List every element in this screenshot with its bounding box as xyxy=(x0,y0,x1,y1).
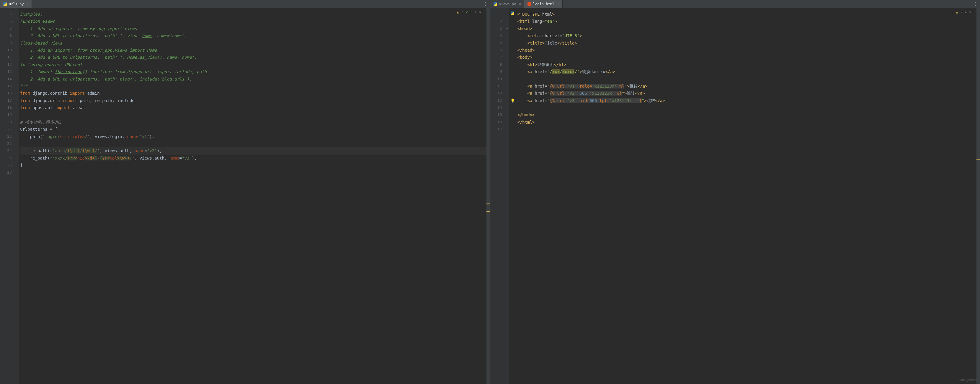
code-line[interactable]: <head> xyxy=(517,25,980,32)
fold-marker[interactable] xyxy=(15,54,19,61)
scrollbar[interactable] xyxy=(487,8,490,384)
fold-marker[interactable] xyxy=(15,133,19,140)
chevron-down-icon[interactable]: v xyxy=(969,10,971,14)
code-line[interactable]: 1. Import the include() function: from d… xyxy=(20,68,490,75)
line-number[interactable]: 9 xyxy=(0,40,12,47)
line-number[interactable]: 4 xyxy=(490,32,502,39)
line-number[interactable]: 23 xyxy=(0,140,12,147)
line-number[interactable]: 10 xyxy=(490,76,502,83)
line-number[interactable]: 9 xyxy=(490,68,502,75)
fold-marker[interactable]: − xyxy=(505,54,509,61)
code-line[interactable] xyxy=(517,125,980,133)
line-number[interactable]: 7 xyxy=(0,25,12,32)
fold-marker[interactable] xyxy=(15,111,19,118)
code-line[interactable] xyxy=(20,140,490,147)
line-number[interactable]: 13 xyxy=(490,97,502,104)
fold-marker[interactable] xyxy=(505,111,509,118)
code-line[interactable]: # 很多功能，很多URL xyxy=(20,119,490,125)
fold-marker[interactable] xyxy=(15,76,19,83)
line-number[interactable]: 16 xyxy=(490,119,502,125)
code-line[interactable]: <h1>登录页面</h1> xyxy=(517,61,980,68)
lightbulb-icon[interactable]: 💡 xyxy=(511,98,515,103)
tab-menu-icon[interactable]: ⋮ xyxy=(973,1,978,7)
line-number[interactable]: 11 xyxy=(0,54,12,61)
line-number[interactable]: 6 xyxy=(490,47,502,54)
code-line[interactable]: from django.urls import path, re_path, i… xyxy=(20,97,490,104)
code-line[interactable]: Function views xyxy=(20,18,490,25)
fold-column[interactable]: −− xyxy=(15,8,19,384)
fold-marker[interactable] xyxy=(15,104,19,111)
fold-marker[interactable] xyxy=(505,83,509,90)
code-line[interactable] xyxy=(517,76,980,83)
fold-marker[interactable] xyxy=(505,76,509,83)
code-line[interactable]: path('login/<str:role>/', views.login, n… xyxy=(20,133,490,140)
code-line[interactable]: <!DOCTYPE html> xyxy=(517,11,980,18)
code-line[interactable]: urlpatterns = [ xyxy=(20,125,490,133)
code-line[interactable]: re_path(r'xxxx/(?P<nid>\d+)/(?P<tpl>\w+)… xyxy=(20,154,490,162)
code-line[interactable] xyxy=(20,169,490,176)
fold-marker[interactable] xyxy=(505,11,509,18)
code-line[interactable]: <a href="{% url 'v3' nid=666 tpl='x12312… xyxy=(517,97,980,104)
fold-marker[interactable]: − xyxy=(15,90,19,97)
line-number[interactable]: 11 xyxy=(490,83,502,90)
fold-marker[interactable] xyxy=(15,147,19,154)
line-number[interactable]: 27 xyxy=(0,169,12,176)
line-number[interactable]: 25 xyxy=(0,154,12,162)
code-line[interactable]: <meta charset="UTF-8"> xyxy=(517,32,980,39)
fold-marker[interactable]: − xyxy=(505,25,509,32)
code-line[interactable] xyxy=(517,104,980,111)
inspection-widget[interactable]: ▲2 ʌ v xyxy=(956,10,971,14)
line-number[interactable]: 8 xyxy=(490,61,502,68)
line-gutter[interactable]: 5678910111213141516171819202122232425262… xyxy=(0,8,15,384)
line-number[interactable]: 18 xyxy=(0,104,12,111)
code-line[interactable]: 2. Add a URL to urlpatterns: path('', Ho… xyxy=(20,54,490,61)
fold-marker[interactable]: − xyxy=(505,18,509,25)
line-number[interactable]: 15 xyxy=(0,83,12,90)
line-number[interactable]: 10 xyxy=(0,47,12,54)
fold-marker[interactable] xyxy=(15,68,19,75)
scrollbar[interactable] xyxy=(977,8,980,384)
inspection-widget[interactable]: ▲2 ✔2 ʌ v xyxy=(457,10,481,14)
code-line[interactable]: <title>Title</title> xyxy=(517,40,980,47)
line-number[interactable]: 14 xyxy=(0,76,12,83)
line-number[interactable]: 16 xyxy=(0,90,12,97)
tab-urls-py[interactable]: urls.py × xyxy=(0,0,32,8)
fold-marker[interactable] xyxy=(15,47,19,54)
left-editor[interactable]: ▲2 ✔2 ʌ v 567891011121314151617181920212… xyxy=(0,8,490,384)
fold-marker[interactable] xyxy=(15,61,19,68)
fold-marker[interactable] xyxy=(505,47,509,54)
code-line[interactable]: </head> xyxy=(517,47,980,54)
fold-marker[interactable] xyxy=(505,32,509,39)
code-line[interactable]: <a href="{% url 'v1' role='x123123x' %}"… xyxy=(517,83,980,90)
fold-marker[interactable] xyxy=(15,154,19,162)
line-number[interactable]: 22 xyxy=(0,133,12,140)
chevron-up-icon[interactable]: ʌ xyxy=(965,10,967,14)
fold-marker[interactable] xyxy=(15,32,19,39)
line-number[interactable]: 8 xyxy=(0,32,12,39)
line-number[interactable]: 6 xyxy=(0,18,12,25)
close-icon[interactable]: × xyxy=(557,2,559,6)
chevron-up-icon[interactable]: ʌ xyxy=(475,10,477,14)
line-number[interactable]: 17 xyxy=(490,125,502,133)
close-icon[interactable]: × xyxy=(27,2,29,6)
code-line[interactable] xyxy=(20,111,490,118)
tab-views-py[interactable]: views.py × xyxy=(490,0,524,8)
code-line[interactable]: Examples: xyxy=(20,11,490,18)
code-line[interactable]: Class-based views xyxy=(20,40,490,47)
line-number[interactable]: 5 xyxy=(490,40,502,47)
fold-marker[interactable] xyxy=(505,68,509,75)
fold-marker[interactable] xyxy=(15,40,19,47)
code-line[interactable]: <body> xyxy=(517,54,980,61)
fold-marker[interactable] xyxy=(505,97,509,104)
code-line[interactable]: from apps.api import views xyxy=(20,104,490,111)
code-line[interactable]: 1. Add an import: from my_app import vie… xyxy=(20,25,490,32)
line-number[interactable]: 19 xyxy=(0,111,12,118)
line-number[interactable]: 24 xyxy=(0,147,12,154)
line-number[interactable]: 14 xyxy=(490,104,502,111)
line-number[interactable]: 20 xyxy=(0,119,12,125)
fold-marker[interactable]: − xyxy=(15,125,19,133)
code-line[interactable]: </html> xyxy=(517,119,980,125)
fold-marker[interactable] xyxy=(15,119,19,125)
fold-marker[interactable] xyxy=(15,83,19,90)
code-line[interactable]: 1. Add an import: from other_app.views i… xyxy=(20,47,490,54)
